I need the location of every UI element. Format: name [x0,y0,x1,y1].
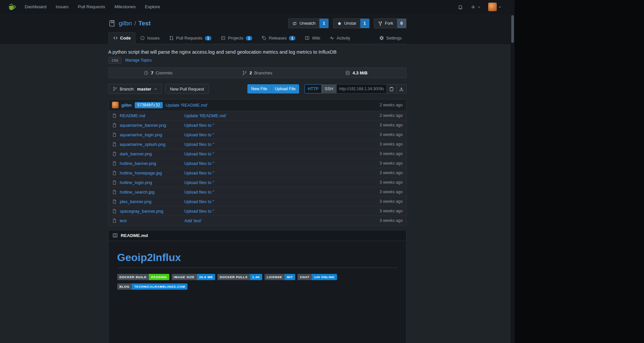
topics-row: css Manage Topics [108,57,406,64]
badge-license[interactable]: LICENSE MIT [265,274,295,280]
file-name-link[interactable]: hotline_login.png [120,180,152,185]
tab-wiki[interactable]: Wiki [300,32,325,44]
watchers-count[interactable]: 1 [320,18,329,28]
file-commit-message-link[interactable]: Add 'test' [184,218,202,223]
new-pull-request-label: New Pull Request [170,87,204,92]
branches-label: Branches [254,70,272,75]
fork-button[interactable]: Fork [374,18,397,28]
readme-header: README.md [108,230,406,241]
tab-releases[interactable]: Releases 1 [257,32,300,44]
file-commit-message-link[interactable]: Upload files to '' [184,199,214,204]
notifications-button[interactable] [455,4,466,10]
new-file-button[interactable]: New File [247,84,271,93]
scrollbar[interactable] [511,0,515,343]
file-commit-message-link[interactable]: Update 'README.md' [184,113,227,118]
badge-docker-pulls[interactable]: DOCKER PULLS 1.4K [217,274,262,280]
manage-topics-link[interactable]: Manage Topics [125,58,152,63]
tab-settings[interactable]: Settings [375,32,406,44]
protocol-ssh-button[interactable]: SSH [322,84,337,93]
file-commit-age: 3 weeks ago [379,142,403,146]
branches-count: 2 [249,70,252,75]
file-commit-message-link[interactable]: Upload files to '' [184,142,214,147]
user-menu[interactable] [485,3,505,11]
new-pull-request-button[interactable]: New Pull Request [165,84,209,94]
file-icon [112,218,117,223]
forks-count[interactable]: 0 [397,18,406,28]
tab-releases-label: Releases [269,36,287,40]
commits-label: Commits [155,70,172,75]
commit-author-link[interactable]: gilbn [122,103,132,108]
file-commit-age: 3 weeks ago [379,190,403,194]
tab-issues[interactable]: Issues [135,32,164,44]
file-name-link[interactable]: README.md [120,113,145,118]
badge-value: TECHNICALRAMBLINGS.COM [132,283,187,290]
file-name-link[interactable]: test [120,218,127,223]
file-commit-message-link[interactable]: Upload files to '' [184,161,214,166]
badge-value: MIT [285,274,295,280]
clone-url-input[interactable] [337,84,387,93]
repo-name-link[interactable]: Test [138,20,151,27]
chevron-down-icon [154,87,157,91]
file-name-link[interactable]: plex_banner.png [120,199,152,204]
file-commit-message-link[interactable]: Upload files to '' [184,132,214,137]
file-name-link[interactable]: aquamarine_login.png [120,132,162,137]
tab-activity[interactable]: Activity [325,32,355,44]
nav-pull-requests[interactable]: Pull Requests [73,0,110,14]
stars-count[interactable]: 1 [360,18,370,28]
badge-blog[interactable]: BLOG TECHNICALRAMBLINGS.COM [117,283,187,290]
file-commit-message-link[interactable]: Upload files to '' [184,123,214,128]
unstar-button[interactable]: Unstar [333,18,360,28]
tab-code[interactable]: Code [108,32,136,44]
file-row: aquamarine_splash.png Upload files to ''… [109,139,406,149]
badge-value: 1.4K [250,274,262,280]
badge-chat[interactable]: CHAT 145 ONLINE [297,274,337,280]
file-commit-age: 3 weeks ago [379,199,403,204]
stat-branches[interactable]: 2 Branches [208,68,307,78]
file-icon [112,171,117,175]
file-commit-message-link[interactable]: Upload files to '' [184,190,214,195]
file-name-link[interactable]: hotline_homepage.jpg [120,171,162,175]
upload-file-button[interactable]: Upload File [271,84,299,93]
nav-issues[interactable]: Issues [51,0,73,14]
file-commit-message-link[interactable]: Upload files to '' [184,151,214,156]
file-commit-message-link[interactable]: Upload files to '' [184,209,214,214]
nav-milestones[interactable]: Milestones [110,0,140,14]
unwatch-button[interactable]: Unwatch [288,18,320,28]
stat-commits[interactable]: 7 Commits [109,68,208,78]
nav-explore[interactable]: Explore [140,0,165,14]
gitea-logo[interactable] [4,2,20,12]
file-name-link[interactable]: aquamarine_splash.png [120,142,166,147]
branch-label: Branch: [120,87,135,92]
tab-pull-requests[interactable]: Pull Requests 1 [164,32,216,44]
protocol-http-button[interactable]: HTTP [304,84,322,93]
file-name-link[interactable]: hotline_banner.png [120,161,156,166]
file-name-link[interactable]: dark_banner.png [120,151,152,156]
file-name-link[interactable]: hotline_search.jpg [120,190,155,195]
badge-docker-build[interactable]: DOCKER BUILD PASSING [117,274,169,280]
file-commit-age: 3 weeks ago [379,151,403,156]
copy-url-button[interactable] [387,84,397,93]
latest-commit-message-link[interactable]: Update 'README.md' [166,103,208,108]
badge-image-size[interactable]: IMAGE SIZE 26.9 MB [172,274,215,280]
download-archive-button[interactable] [397,84,406,93]
nav-dashboard[interactable]: Dashboard [20,0,51,14]
repo-owner-link[interactable]: gilbn [119,20,132,27]
file-commit-message-link[interactable]: Upload files to '' [184,180,214,185]
topic-chip-css[interactable]: css [108,57,122,64]
file-name-link[interactable]: aquamarine_banner.png [120,123,166,128]
tab-wiki-label: Wiki [312,36,320,40]
scrollbar-thumb[interactable] [511,15,514,43]
gear-icon [379,36,384,40]
file-name-link[interactable]: spacegray_banner.png [120,209,163,214]
fork-button-group: Fork 0 [374,18,406,28]
commit-sha-badge[interactable]: 57384bfc32 [135,102,163,108]
tab-projects[interactable]: Projects 1 [216,32,257,44]
create-new-menu[interactable] [467,4,484,10]
badge-label: BLOG [117,283,132,290]
branch-selector[interactable]: Branch: master [108,84,162,94]
file-row: README.md Update 'README.md' 2 weeks ago [109,111,406,120]
file-commit-message-link[interactable]: Upload files to '' [184,171,214,175]
tab-activity-label: Activity [337,36,350,40]
badge-value: 145 ONLINE [312,274,337,280]
pull-requests-count-badge: 1 [205,36,211,40]
